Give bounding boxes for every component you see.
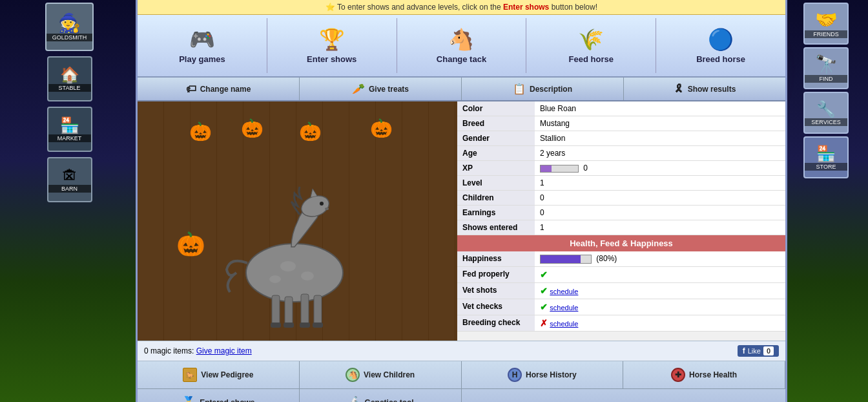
- view-children-button[interactable]: 🐴 View Children: [300, 361, 462, 389]
- xp-number: 0: [583, 164, 588, 173]
- main-content: ⭐ To enter shows and advance levels, cli…: [136, 0, 787, 402]
- enter-shows-button[interactable]: 🏆 Enter shows: [267, 18, 397, 73]
- stats-panel: Color Blue Roan Breed Mustang Gender Sta…: [457, 101, 785, 341]
- svg-rect-8: [300, 323, 310, 328]
- happiness-pct-label: (80%): [596, 254, 617, 263]
- change-name-icon: 🏷: [186, 83, 196, 95]
- change-tack-button[interactable]: 🐴 Change tack: [397, 18, 527, 73]
- sidebar-find-btn[interactable]: 🔭 FIND: [803, 47, 849, 89]
- horse-view: 🎃 🎃 🎃 🎃 🎃: [138, 101, 457, 341]
- sidebar-friends-btn[interactable]: 🤝 FRIENDS: [803, 3, 849, 45]
- sidebar-item-stable[interactable]: 🏠 STABLE: [47, 56, 92, 101]
- sidebar-services-btn[interactable]: 🔧 SERVICES: [803, 92, 849, 134]
- horse-image: [217, 173, 378, 328]
- facebook-like-button[interactable]: f Like 0: [738, 345, 779, 357]
- horse-history-button[interactable]: H Horse History: [462, 361, 624, 389]
- breeding-check-schedule-link[interactable]: schedule: [550, 320, 578, 328]
- give-treats-button[interactable]: 🥕 Give treats: [300, 78, 462, 100]
- earnings-label: Earnings: [457, 206, 535, 220]
- vet-checks-label: Vet checks: [457, 299, 535, 315]
- gender-value: Stallion: [535, 131, 785, 145]
- svg-rect-7: [284, 323, 294, 328]
- vet-shots-label: Vet shots: [457, 283, 535, 299]
- secondary-action-bar: 🏷 Change name 🥕 Give treats 📋 Descriptio…: [138, 78, 785, 101]
- horse-health-icon: ✚: [671, 368, 685, 382]
- entered-shows-icon: 🏅: [181, 396, 196, 402]
- view-children-label: View Children: [364, 370, 415, 379]
- give-treats-label: Give treats: [369, 85, 409, 94]
- view-pedigree-button[interactable]: 🐎 View Pedigree: [138, 361, 300, 389]
- level-label: Level: [457, 176, 535, 190]
- fed-properly-label: Fed properly: [457, 267, 535, 282]
- entered-shows-button[interactable]: 🏅 Entered shows: [138, 389, 300, 402]
- genetics-tool-button[interactable]: 🔬 Genetics tool: [300, 389, 462, 402]
- store-label: STORE: [805, 163, 847, 171]
- barn-icon: 🏚: [62, 167, 78, 185]
- magic-items-count: 0 magic items:: [144, 346, 194, 355]
- horse-health-button[interactable]: ✚ Horse Health: [623, 361, 785, 389]
- happiness-bar: [540, 255, 592, 264]
- children-label: Children: [457, 191, 535, 205]
- feed-horse-icon: 🌾: [578, 27, 604, 52]
- level-row: Level 1: [457, 176, 785, 191]
- top-action-bar: 🎮 Play games 🏆 Enter shows 🐴 Change tack…: [138, 15, 785, 78]
- announcement-highlight: Enter shows: [503, 3, 549, 12]
- horse-history-label: Horse History: [526, 370, 577, 379]
- sidebar-store-btn[interactable]: 🏪 STORE: [803, 136, 849, 178]
- like-text: Like: [748, 347, 761, 355]
- change-name-label: Change name: [200, 85, 251, 94]
- xp-row: XP 0: [457, 161, 785, 176]
- pumpkin-decoration-1: 🎃: [189, 121, 212, 142]
- genetics-tool-label: Genetics tool: [365, 398, 414, 402]
- xp-label: XP: [457, 161, 535, 175]
- vet-shots-schedule-link[interactable]: schedule: [550, 288, 578, 295]
- vet-shots-check: ✔: [540, 286, 548, 296]
- vet-checks-schedule-link[interactable]: schedule: [550, 304, 578, 312]
- play-games-button[interactable]: 🎮 Play games: [138, 18, 267, 73]
- sidebar-item-barn[interactable]: 🏚 BARN: [47, 157, 92, 202]
- show-results-label: Show results: [688, 85, 736, 94]
- feed-horse-label: Feed horse: [569, 54, 614, 64]
- left-sidebar: 🧙 GOLDSMITH 🏠 STABLE 🏪 MARKET 🏚 BARN: [0, 0, 139, 402]
- description-button[interactable]: 📋 Description: [462, 78, 624, 100]
- earnings-value: 0: [535, 206, 785, 220]
- bottom-info-bar: 0 magic items: Give magic item f Like 0: [138, 341, 785, 361]
- svg-point-14: [269, 275, 281, 283]
- view-pedigree-label: View Pedigree: [201, 370, 253, 379]
- change-name-button[interactable]: 🏷 Change name: [138, 78, 300, 100]
- friends-icon: 🤝: [815, 9, 838, 30]
- play-games-label: Play games: [179, 54, 225, 64]
- pumpkin-decoration-2: 🎃: [241, 118, 264, 139]
- entered-shows-label: Entered shows: [200, 398, 254, 402]
- sidebar-item-market[interactable]: 🏪 MARKET: [47, 107, 92, 152]
- binoculars-icon: 🔭: [815, 54, 838, 75]
- svg-rect-5: [314, 295, 322, 324]
- feed-horse-button[interactable]: 🌾 Feed horse: [526, 18, 656, 73]
- sidebar-item-goldsmith[interactable]: 🧙 GOLDSMITH: [45, 3, 94, 51]
- gender-row: Gender Stallion: [457, 131, 785, 146]
- horse-section: 🎃 🎃 🎃 🎃 🎃: [138, 101, 785, 341]
- earnings-row: Earnings 0: [457, 206, 785, 220]
- genetics-tool-icon: 🔬: [347, 396, 361, 402]
- bottom-action-bar: 🐎 View Pedigree 🐴 View Children H Horse …: [138, 361, 785, 402]
- color-value: Blue Roan: [535, 101, 785, 116]
- shows-entered-row: Shows entered 1: [457, 220, 785, 235]
- give-magic-item-link[interactable]: Give magic item: [196, 346, 252, 355]
- health-section-header: Health, Feed & Happiness: [457, 235, 785, 251]
- fed-properly-value: ✔: [535, 267, 785, 282]
- pumpkin-decoration-4: 🎃: [370, 118, 393, 139]
- breed-horse-button[interactable]: 🔵 Breed horse: [656, 18, 785, 73]
- xp-value: 0: [535, 161, 785, 175]
- carrot-icon: 🥕: [352, 83, 365, 95]
- shows-entered-label: Shows entered: [457, 220, 535, 235]
- market-label: MARKET: [48, 134, 91, 142]
- change-tack-label: Change tack: [437, 54, 486, 64]
- stable-icon: 🏠: [60, 66, 79, 84]
- svg-rect-2: [272, 295, 280, 324]
- vet-checks-row: Vet checks ✔ schedule: [457, 299, 785, 315]
- age-value: 2 years: [535, 146, 785, 160]
- breeding-check-label: Breeding check: [457, 315, 535, 331]
- description-icon: 📋: [513, 83, 526, 95]
- show-results-button[interactable]: 🎗 Show results: [624, 78, 785, 100]
- svg-point-12: [280, 261, 296, 271]
